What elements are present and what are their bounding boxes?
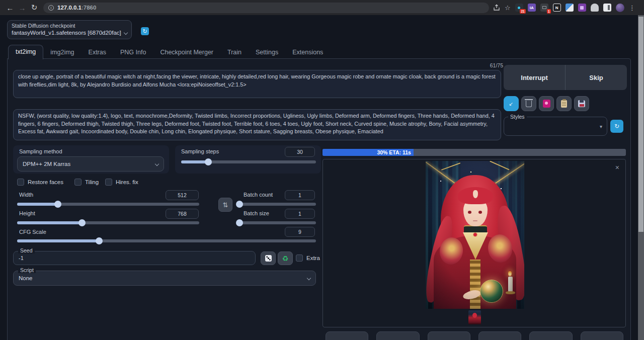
interrupt-button[interactable]: Interrupt [504, 65, 566, 90]
batch-count-input[interactable]: 1 [285, 190, 315, 200]
site-info-icon[interactable]: i [48, 5, 54, 11]
ia-extension-icon[interactable]: IA [528, 4, 536, 12]
capture-extension-icon[interactable]: 1 [540, 4, 548, 12]
height-input[interactable]: 768 [166, 209, 199, 219]
swap-dimensions-button[interactable]: ⇅ [218, 198, 232, 212]
restore-faces-label: Restore faces [28, 179, 63, 185]
windows-extension-icon[interactable] [566, 4, 574, 12]
tab-extras[interactable]: Extras [82, 46, 113, 59]
hires-fix-checkbox[interactable] [105, 179, 112, 186]
notion-extension-icon[interactable]: N [553, 4, 561, 12]
sampling-method-select[interactable]: DPM++ 2M Karras [17, 156, 164, 172]
sampling-steps-input[interactable]: 30 [285, 147, 315, 157]
page-scrollbar[interactable] [638, 15, 644, 340]
checkpoint-dropdown[interactable]: Stable Diffusion checkpoint fantasyWorld… [7, 20, 132, 39]
reload-icon[interactable]: ↻ [28, 3, 40, 12]
gallery-action-button[interactable] [581, 331, 623, 340]
browser-toolbar: ← → ↻ i 127.0.0.1 :7860 ☆ 21 IA 1 N ⋮ [0, 0, 644, 15]
dice-icon [265, 255, 272, 262]
seed-extra-checkbox[interactable] [296, 254, 303, 262]
txt2img-panel: 61/75 close up angle, portrait of a beau… [7, 58, 631, 340]
browser-actions: ☆ 21 IA 1 N ⋮ [493, 4, 637, 12]
save-style-button[interactable] [574, 96, 589, 111]
tab-img2img[interactable]: img2img [43, 46, 81, 59]
office-extension-glyph [580, 6, 584, 10]
capture-extension-frame [542, 6, 546, 9]
seed-extra-label: Extra [306, 255, 320, 261]
stable-diffusion-webui: Stable Diffusion checkpoint fantasyWorld… [0, 15, 638, 340]
gallery-action-button[interactable] [478, 331, 521, 340]
tab-settings[interactable]: Settings [249, 46, 285, 59]
chevron-down-icon [307, 276, 311, 280]
width-slider[interactable] [17, 201, 199, 208]
clear-prompt-button[interactable] [521, 96, 536, 111]
trash-icon [526, 101, 532, 107]
script-label: Script [18, 267, 36, 273]
sidebar-extension-icon[interactable] [603, 4, 611, 12]
height-slider[interactable] [17, 219, 199, 226]
restore-faces-option[interactable]: Restore faces [17, 179, 63, 186]
batch-size-input[interactable]: 1 [285, 209, 315, 219]
office-extension-icon[interactable] [578, 4, 586, 12]
tab-extensions[interactable]: Extensions [285, 46, 330, 59]
pin-extension-icon[interactable]: 21 [515, 4, 523, 12]
address-bar[interactable]: i 127.0.0.1 :7860 [43, 3, 489, 13]
hires-fix-option[interactable]: Hires. fix [105, 179, 138, 186]
refresh-styles-button[interactable]: ↻ [610, 120, 623, 133]
cfg-scale-slider[interactable] [17, 237, 316, 244]
image-gallery: × [323, 159, 626, 327]
forward-icon[interactable]: → [16, 4, 28, 12]
tab-checkpoint-merger[interactable]: Checkpoint Merger [153, 46, 220, 59]
progress-text: 30% ETA: 11s [377, 149, 414, 155]
script-select[interactable]: None [13, 271, 316, 286]
chevron-down-icon [124, 31, 128, 35]
batch-count-slider[interactable] [238, 201, 316, 208]
random-seed-button[interactable] [261, 251, 276, 265]
extra-networks-button[interactable] [539, 96, 554, 111]
batch-count-label: Batch count [244, 192, 273, 198]
sidebar-extension-glyph [608, 5, 610, 10]
gallery-action-button[interactable] [428, 331, 470, 340]
gallery-action-button[interactable] [326, 331, 368, 340]
cfg-scale-input[interactable]: 9 [285, 227, 315, 237]
negative-prompt-textarea[interactable]: NSFW, (worst quality, low quality:1.4), … [13, 109, 501, 140]
profile-avatar[interactable] [616, 4, 624, 12]
swap-icon: ⇅ [223, 201, 228, 209]
cfg-scale-label: CFG Scale [19, 229, 46, 235]
restore-faces-checkbox[interactable] [17, 179, 24, 186]
gallery-action-button[interactable] [376, 331, 419, 340]
close-preview-icon[interactable]: × [615, 163, 619, 172]
tab-train[interactable]: Train [220, 46, 249, 59]
apply-styles-button[interactable] [556, 96, 572, 111]
gallery-thumbnail[interactable] [468, 310, 481, 324]
seed-extra-option[interactable]: Extra [296, 254, 320, 262]
styles-dropdown[interactable]: Styles ▾ [504, 117, 607, 136]
tiling-option[interactable]: Tiling [74, 179, 99, 186]
progress-fill: 30% ETA: 11s [323, 149, 414, 156]
skip-button[interactable]: Skip [566, 65, 627, 90]
reuse-seed-button[interactable]: ♻ [278, 251, 293, 265]
generated-image-preview[interactable] [426, 161, 524, 309]
script-value: None [19, 275, 304, 281]
chevron-down-icon [155, 162, 159, 166]
gallery-action-button[interactable] [529, 331, 572, 340]
tiling-checkbox[interactable] [74, 179, 82, 186]
browser-menu-icon[interactable]: ⋮ [629, 4, 635, 12]
tab-png-info[interactable]: PNG Info [113, 46, 153, 59]
clipboard-icon [561, 100, 567, 108]
seed-input[interactable]: -1 [13, 251, 256, 265]
tab-txt2img[interactable]: txt2img [8, 45, 43, 59]
sampling-steps-label: Sampling steps [181, 148, 219, 154]
width-input[interactable]: 512 [166, 190, 199, 200]
sampling-steps-slider[interactable] [181, 158, 316, 165]
bookmark-star-icon[interactable]: ☆ [505, 4, 511, 12]
puzzle-extensions-icon[interactable] [591, 4, 599, 12]
share-icon[interactable] [493, 4, 500, 11]
scrollbar-thumb[interactable] [638, 17, 643, 232]
back-icon[interactable]: ← [4, 4, 16, 12]
checkpoint-label: Stable Diffusion checkpoint [12, 23, 127, 29]
refresh-checkpoints-button[interactable]: ↻ [141, 27, 149, 35]
batch-size-slider[interactable] [238, 219, 316, 226]
prompt-textarea[interactable]: close up angle, portrait of a beautiful … [13, 70, 501, 98]
paste-generation-params-button[interactable]: ↙ [504, 96, 519, 111]
